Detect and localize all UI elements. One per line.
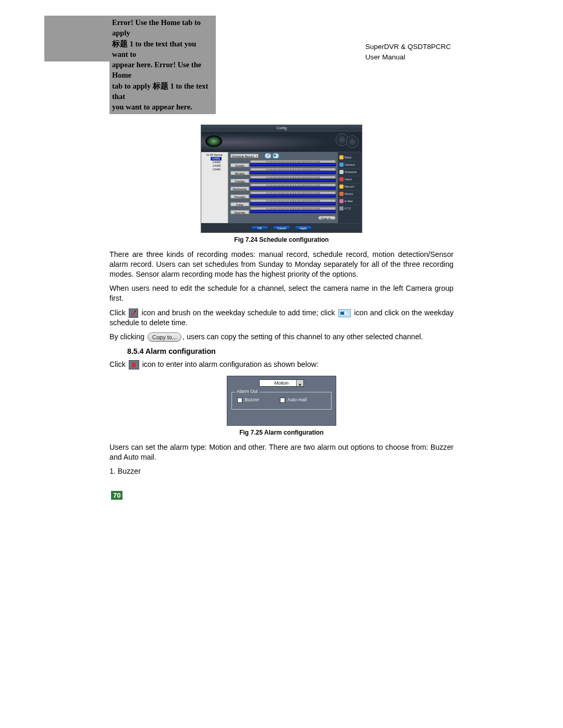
side-nav-icon [339,170,344,174]
side-nav-icon [339,163,344,167]
camera-tree[interactable]: ⊟ All Device CAM1 CAM2 CAM3 CAM4 [201,152,228,223]
tree-cam2[interactable]: CAM2 [202,161,227,164]
erase-time-tool-icon[interactable] [273,153,279,158]
schedule-day-row: 0 1 2 3 4 5 6 7 8 9 10 11 12 13 14 15 16… [230,191,336,199]
error-line2-cn: 标题 [112,40,128,48]
cancel-button[interactable]: Cancel [273,226,290,230]
side-nav-label: Motion [345,192,353,195]
error-placeholder-box: Error! Use the Home tab to apply 标题 1 to… [109,16,216,114]
side-nav-icon [339,192,344,196]
schedule-bar[interactable] [250,187,336,190]
pencil-icon [129,309,138,318]
schedule-bar[interactable] [250,210,336,213]
side-nav-label: Schedule [345,170,357,174]
error-line3: appear here. Error! Use the Home [112,60,201,79]
copy-to-inline-button: Copy to... [148,332,181,342]
tree-cam3[interactable]: CAM3 [202,164,227,168]
side-nav-label: Camera [345,163,355,166]
list-item-buzzer: 1. Buzzer [109,466,454,476]
apply-button[interactable]: Apply [295,226,312,230]
alarm-config-panel: Motion ▼ Alarm Out Buzzer Auto mail [227,376,336,426]
side-nav-item[interactable]: Motion [339,190,361,198]
side-nav-item[interactable]: Alarm [339,176,361,183]
tree-cam4[interactable]: CAM4 [202,168,227,171]
schedule-panel: Schedule Record 0 1 2 3 4 5 6 7 8 9 10 1… [228,152,338,223]
day-label: Saturday [230,210,249,214]
side-nav-label: E-Mail [345,200,353,203]
schedule-bar[interactable] [250,163,336,166]
svg-point-6 [133,367,134,368]
text-byclick: By clicking [109,332,146,341]
dialog-footer: OK Cancel Apply [201,223,362,232]
film-reel-icon [336,133,359,149]
hours-ruler: 0 1 2 3 4 5 6 7 8 9 10 11 12 13 14 15 16… [250,160,336,163]
day-label: Tuesday [230,179,249,183]
side-nav-icon [339,177,344,181]
day-label: Friday [230,202,249,206]
text-click1: Click [109,309,128,317]
side-nav-item[interactable]: Basic [339,154,361,161]
paragraph-alarm-desc: Users can set the alarm type: Motion and… [109,442,454,462]
eraser-icon [338,309,351,317]
copy-to-label: Copy to... [152,333,177,341]
text-copydesc: , users can copy the setting of this cha… [182,332,423,341]
day-label: Monday [230,171,249,175]
schedule-bar[interactable] [250,202,336,205]
alarm-icon [129,360,139,369]
paragraph-brush-instructions: Click icon and brush on the weekday sche… [109,308,454,328]
window-title: Config [201,125,362,131]
schedule-day-row: 0 1 2 3 4 5 6 7 8 9 10 11 12 13 14 15 16… [230,160,336,167]
tree-cam1[interactable]: CAM1 [211,157,222,161]
side-nav-icon [339,206,344,211]
schedule-bar[interactable] [250,194,336,198]
tree-root[interactable]: ⊟ All Device [202,153,227,156]
day-label: Thursday [230,194,249,199]
figure-alarm-config: Motion ▼ Alarm Out Buzzer Auto mail Fi [109,376,454,436]
hours-ruler: 0 1 2 3 4 5 6 7 8 9 10 11 12 13 14 15 16… [250,199,336,202]
automail-label: Auto mail [287,397,307,402]
section-heading-alarm: 8.5.4 Alarm configuration [127,347,454,355]
side-nav-icon [339,155,344,159]
add-time-tool-icon[interactable] [265,153,271,158]
side-nav-item[interactable]: E-Mail [339,198,361,205]
side-nav-label: P.T.Z [345,207,351,210]
side-nav-item[interactable]: Schedule [339,168,361,176]
record-mode-dropdown[interactable]: Schedule Record [230,154,259,158]
buzzer-label: Buzzer [244,397,259,402]
alarm-out-legend: Alarm Out [235,389,260,394]
schedule-day-row: 0 1 2 3 4 5 6 7 8 9 10 11 12 13 14 15 16… [230,168,336,175]
side-nav-item[interactable]: Record [339,183,361,190]
alarm-type-dropdown[interactable]: Motion ▼ [259,379,304,387]
text-alarm-desc: icon to enter into alarm configuration a… [142,360,319,368]
svg-rect-5 [344,312,348,315]
config-side-nav: BasicCameraScheduleAlarmRecordMotionE-Ma… [338,152,362,223]
error-line4a: tab to apply [112,82,153,90]
schedule-bar[interactable] [250,179,336,182]
figure-schedule-config: Config ⊟ All Device CAM1 CAM2 CAM3 CAM4 [109,125,454,243]
side-nav-item[interactable]: P.T.Z [339,205,361,212]
ok-button[interactable]: OK [251,226,268,230]
header-right: SuperDVR & QSDT8PCRC User Manual [365,16,454,63]
day-label: Sunday [230,163,249,167]
alarm-out-group: Alarm Out Buzzer Auto mail [231,392,332,410]
eye-icon [205,135,222,147]
buzzer-checkbox[interactable] [237,398,242,403]
text-click2: Click [109,360,128,368]
schedule-day-row: 0 1 2 3 4 5 6 7 8 9 10 11 12 13 14 15 16… [230,176,336,183]
hours-ruler: 0 1 2 3 4 5 6 7 8 9 10 11 12 13 14 15 16… [250,207,336,210]
day-label: Wednesday [230,187,249,191]
alarm-type-value: Motion [274,380,288,386]
schedule-bar[interactable] [250,171,336,174]
product-name: SuperDVR & QSDT8PCRC [365,42,451,52]
side-nav-item[interactable]: Camera [339,161,361,168]
page-number: 70 [111,491,123,500]
hours-ruler: 0 1 2 3 4 5 6 7 8 9 10 11 12 13 14 15 16… [250,191,336,194]
automail-checkbox[interactable] [280,398,285,403]
hours-ruler: 0 1 2 3 4 5 6 7 8 9 10 11 12 13 14 15 16… [250,183,336,187]
header-left-bar [44,16,109,61]
automail-option[interactable]: Auto mail [280,397,307,403]
schedule-day-row: 0 1 2 3 4 5 6 7 8 9 10 11 12 13 14 15 16… [230,207,336,214]
copy-to-button[interactable]: Copy to... [318,216,336,220]
schedule-day-row: 0 1 2 3 4 5 6 7 8 9 10 11 12 13 14 15 16… [230,199,336,206]
buzzer-option[interactable]: Buzzer [237,397,259,403]
